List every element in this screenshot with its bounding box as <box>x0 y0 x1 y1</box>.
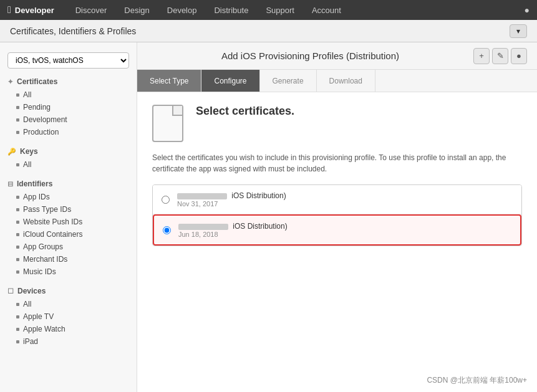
nav-account[interactable]: Account <box>303 0 350 20</box>
step-download[interactable]: Download <box>317 70 375 92</box>
item-label: Pending <box>23 103 51 112</box>
item-label: App IDs <box>23 193 50 201</box>
sidebar-certificates-header: ✦ Certificates <box>0 75 137 88</box>
cert-info-2: iOS Distribution) Jun 18, 2018 <box>178 222 511 238</box>
sidebar-section-certificates: ✦ Certificates All Pending Development P… <box>0 75 137 138</box>
sidebar-item-devices-all[interactable]: All <box>0 298 137 310</box>
dot-icon <box>16 340 19 343</box>
sidebar-item-pass-type-ids[interactable]: Pass Type IDs <box>0 203 137 216</box>
search-content-button[interactable]: ● <box>511 48 527 64</box>
item-label: iPad <box>23 337 38 346</box>
dot-icon <box>16 118 19 122</box>
nav-distribute[interactable]: Distribute <box>205 0 257 20</box>
item-label: Apple TV <box>23 312 54 321</box>
identifiers-label: Identifiers <box>17 179 52 188</box>
step-label: Configure <box>214 77 246 85</box>
item-label: All <box>23 90 31 99</box>
sidebar-item-ipad[interactable]: iPad <box>0 335 137 348</box>
sidebar-item-icloud-containers[interactable]: iCloud Containers <box>0 228 137 241</box>
certificate-item-1[interactable]: iOS Distribution) Nov 31, 2017 <box>153 185 521 214</box>
step-select-type[interactable]: Select Type <box>137 70 201 92</box>
platform-select-wrap[interactable]: iOS, tvOS, watchOS macOS All <box>7 52 129 69</box>
certificates-label: Certificates <box>17 77 57 86</box>
item-label: Website Push IDs <box>23 218 82 226</box>
app-logo:  Developer <box>7 4 54 16</box>
dot-icon <box>16 258 19 261</box>
cert-radio-2[interactable] <box>163 226 171 234</box>
cert-redacted-2 <box>178 224 228 230</box>
cert-name-2: iOS Distribution) <box>178 222 511 231</box>
nav-discover[interactable]: Discover <box>67 0 116 20</box>
nav-support[interactable]: Support <box>257 0 303 20</box>
sidebar-item-merchant-ids[interactable]: Merchant IDs <box>0 253 137 265</box>
sidebar: iOS, tvOS, watchOS macOS All ✦ Certifica… <box>0 42 137 392</box>
sidebar-item-apple-tv[interactable]: Apple TV <box>0 310 137 323</box>
item-label: Music IDs <box>23 267 56 276</box>
sidebar-identifiers-header: ⊟ Identifiers <box>0 177 137 191</box>
step-generate[interactable]: Generate <box>260 70 317 92</box>
sidebar-item-certificates-production[interactable]: Production <box>0 126 137 138</box>
page-title: Certificates, Identifiers & Profiles <box>10 26 136 36</box>
dot-icon <box>16 221 19 224</box>
team-selector-label: ▾ <box>516 27 520 36</box>
cert-label-2: iOS Distribution) <box>233 222 287 231</box>
sidebar-item-keys-all[interactable]: All <box>0 158 137 171</box>
file-icon <box>152 105 183 142</box>
dot-icon <box>16 303 19 306</box>
content-header: Add iOS Provisioning Profiles (Distribut… <box>137 42 537 70</box>
content-body: Select certificates. Select the certific… <box>137 92 537 392</box>
step-label: Download <box>329 77 362 85</box>
cert-date-1: Nov 31, 2017 <box>177 200 513 208</box>
dot-icon <box>16 196 19 199</box>
sidebar-item-music-ids[interactable]: Music IDs <box>0 265 137 278</box>
team-selector-button[interactable]: ▾ <box>510 24 527 38</box>
cert-date-2: Jun 18, 2018 <box>178 231 511 238</box>
step-configure[interactable]: Configure <box>201 70 259 92</box>
sidebar-item-website-push-ids[interactable]: Website Push IDs <box>0 216 137 228</box>
top-nav-items: Discover Design Develop Distribute Suppo… <box>67 0 525 20</box>
section-description: Select the certificates you wish to incl… <box>152 152 522 174</box>
steps-bar: Select Type Configure Generate Download <box>137 70 537 92</box>
certificate-list: iOS Distribution) Nov 31, 2017 iOS Distr… <box>152 184 522 246</box>
step-label: Select Type <box>150 77 188 85</box>
item-label: All <box>23 300 31 308</box>
sidebar-item-certificates-all[interactable]: All <box>0 88 137 101</box>
content-header-actions: + ✎ ● <box>473 48 527 64</box>
sidebar-item-certificates-pending[interactable]: Pending <box>0 101 137 113</box>
item-label: iCloud Containers <box>23 230 82 239</box>
dot-icon <box>16 315 19 318</box>
nav-develop[interactable]: Develop <box>158 0 206 20</box>
item-label: Development <box>23 115 67 124</box>
cert-label-1: iOS Distribution) <box>231 191 286 200</box>
section-title: Select certificates. <box>196 105 294 118</box>
add-button[interactable]: + <box>473 48 490 64</box>
sidebar-item-certificates-development[interactable]: Development <box>0 113 137 126</box>
dot-icon <box>16 93 19 97</box>
dot-icon <box>16 163 19 166</box>
dot-icon <box>16 246 19 249</box>
item-label: Production <box>23 128 59 136</box>
sidebar-section-identifiers: ⊟ Identifiers App IDs Pass Type IDs Webs… <box>0 177 137 278</box>
file-icon-wrap <box>152 105 183 142</box>
dot-icon <box>16 208 19 211</box>
item-label: Merchant IDs <box>23 255 67 264</box>
cert-info-1: iOS Distribution) Nov 31, 2017 <box>177 191 513 208</box>
sidebar-item-app-groups[interactable]: App Groups <box>0 241 137 253</box>
top-nav:  Developer Discover Design Develop Dist… <box>0 0 537 20</box>
watermark: CSDN @北京前端 年薪100w+ <box>427 375 527 386</box>
certificate-item-2[interactable]: iOS Distribution) Jun 18, 2018 <box>153 214 521 246</box>
step-label: Generate <box>273 77 304 85</box>
platform-select[interactable]: iOS, tvOS, watchOS macOS All <box>7 52 129 69</box>
search-icon[interactable]: ● <box>525 5 530 15</box>
sidebar-section-devices: ☐ Devices All Apple TV Apple Watch iPad <box>0 284 137 348</box>
item-label: Apple Watch <box>23 325 65 333</box>
sidebar-item-app-ids[interactable]: App IDs <box>0 191 137 203</box>
dot-icon <box>16 233 19 236</box>
item-label: App Groups <box>23 242 63 251</box>
nav-design[interactable]: Design <box>115 0 158 20</box>
edit-button[interactable]: ✎ <box>492 48 508 64</box>
cert-radio-1[interactable] <box>162 196 170 204</box>
dot-icon <box>16 270 19 274</box>
sidebar-item-apple-watch[interactable]: Apple Watch <box>0 323 137 335</box>
item-label: Pass Type IDs <box>23 205 71 214</box>
